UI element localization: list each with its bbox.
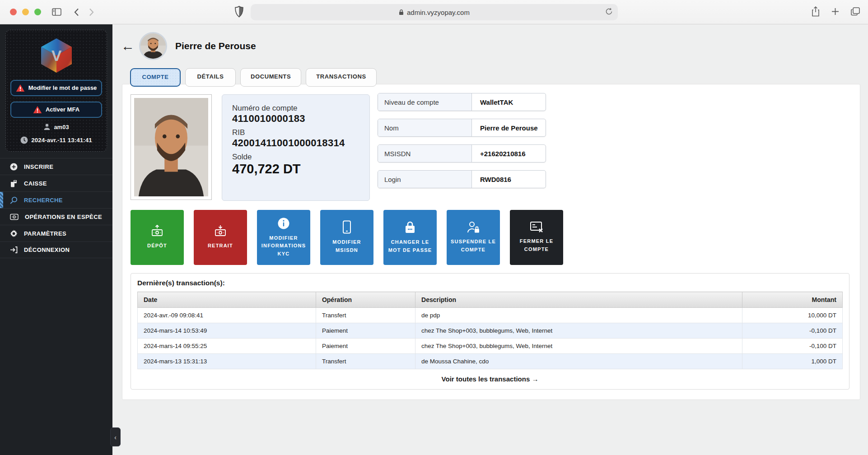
sidebar: V Modifier le mot de passe Activer MFA a… bbox=[0, 24, 112, 455]
zoom-window-button[interactable] bbox=[34, 9, 41, 15]
back-nav-icon[interactable] bbox=[74, 8, 79, 16]
balance-value: 470,722 DT bbox=[232, 162, 359, 176]
sidebar-toggle-icon[interactable] bbox=[52, 8, 61, 16]
field-value: +21620210816 bbox=[472, 145, 546, 162]
card-x-icon bbox=[530, 221, 543, 233]
user-icon bbox=[43, 123, 51, 130]
browser-toolbar: admin.vyzyopay.com bbox=[0, 0, 868, 24]
banknote-icon bbox=[10, 214, 19, 220]
plus-circle-icon bbox=[10, 163, 18, 171]
warning-icon bbox=[33, 106, 42, 114]
close-window-button[interactable] bbox=[10, 9, 17, 15]
privacy-shield-icon[interactable] bbox=[235, 6, 243, 19]
account-summary-card: Numéro de compte 4110010000183 RIB 42001… bbox=[222, 94, 370, 201]
user-lock-icon bbox=[467, 221, 480, 233]
cell-operation: Paiement bbox=[316, 339, 415, 354]
sidebar-item-label: INSCRIRE bbox=[24, 163, 53, 170]
field-label: MSISDN bbox=[378, 145, 472, 162]
forward-nav-icon[interactable] bbox=[89, 8, 94, 16]
smartphone-icon bbox=[342, 220, 351, 234]
change-password-button[interactable]: Modifier le mot de passe bbox=[10, 80, 102, 96]
sidebar-item-label: RECHERCHE bbox=[24, 197, 63, 204]
share-icon[interactable] bbox=[812, 6, 820, 19]
new-tab-icon[interactable] bbox=[831, 8, 839, 17]
cell-montant: 1,000 DT bbox=[742, 354, 843, 369]
tab-overview-icon[interactable] bbox=[851, 7, 860, 18]
cell-description: chez The Shop+003, bubblegums, Web, Inte… bbox=[415, 323, 742, 339]
tab-transactions[interactable]: TRANSACTIONS bbox=[306, 68, 376, 87]
account-panel: Numéro de compte 4110010000183 RIB 42001… bbox=[122, 84, 860, 400]
field-value: WalletTAK bbox=[472, 93, 546, 111]
customer-avatar bbox=[139, 32, 167, 60]
changer-mot-de-passe-button[interactable]: CHANGER LE MOT DE PASSE bbox=[383, 210, 437, 265]
field-label: Nom bbox=[378, 119, 472, 136]
minimize-window-button[interactable] bbox=[22, 9, 29, 15]
logout-icon bbox=[10, 246, 18, 254]
action-label: MODIFIER MSISDN bbox=[323, 238, 371, 254]
cell-operation: Paiement bbox=[316, 323, 415, 339]
change-password-label: Modifier le mot de passe bbox=[28, 84, 97, 92]
action-buttons: DÉPÔT RETRAIT MODIFIER INFORMATIONS KYC bbox=[131, 210, 563, 265]
depot-button[interactable]: DÉPÔT bbox=[131, 210, 184, 265]
tab-documents[interactable]: DOCUMENTS bbox=[240, 68, 301, 87]
account-fields: Niveau de compte WalletTAK Nom Pierre de… bbox=[378, 93, 546, 196]
sidebar-item-parametres[interactable]: PARAMÈTRES bbox=[0, 225, 112, 241]
sidebar-item-label: OPÉRATIONS EN ESPÈCE bbox=[25, 214, 102, 220]
action-label: RETRAIT bbox=[208, 242, 233, 250]
cash-out-icon bbox=[214, 225, 227, 237]
cell-description: de pdp bbox=[415, 308, 742, 323]
cell-montant: -0,100 DT bbox=[742, 323, 843, 339]
portrait-photo bbox=[134, 98, 208, 196]
action-label: MODIFIER INFORMATIONS KYC bbox=[260, 234, 308, 258]
field-label: Niveau de compte bbox=[378, 93, 472, 111]
cell-description: chez The Shop+003, bubblegums, Web, Inte… bbox=[415, 339, 742, 354]
info-circle-icon bbox=[277, 217, 290, 230]
window-controls bbox=[10, 9, 41, 15]
action-label: CHANGER LE MOT DE PASSE bbox=[386, 238, 434, 254]
url-text: admin.vyzyopay.com bbox=[407, 9, 470, 16]
modifier-kyc-button[interactable]: MODIFIER INFORMATIONS KYC bbox=[257, 210, 310, 265]
tab-details[interactable]: DÉTAILS bbox=[185, 68, 236, 87]
sidebar-item-inscrire[interactable]: INSCRIRE bbox=[0, 158, 112, 175]
detail-tabs: COMPTE DÉTAILS DOCUMENTS TRANSACTIONS bbox=[130, 68, 377, 87]
cell-date: 2024-mars-14 10:53:49 bbox=[138, 323, 316, 339]
suspendre-compte-button[interactable]: SUSPENDRE LE COMPTE bbox=[447, 210, 500, 265]
cell-date: 2024-avr.-09 09:08:41 bbox=[138, 308, 316, 323]
table-row: 2024-mars-13 15:31:13 Transfert de Mouss… bbox=[138, 354, 843, 369]
address-bar[interactable]: admin.vyzyopay.com bbox=[251, 4, 618, 20]
cell-description: de Moussa Chahine, cdo bbox=[415, 354, 742, 369]
transactions-title: Dernière(s) transaction(s): bbox=[137, 279, 843, 287]
sidebar-item-deconnexion[interactable]: DÉCONNEXION bbox=[0, 241, 112, 258]
balance-label: Solde bbox=[232, 153, 359, 162]
col-date: Date bbox=[138, 292, 316, 308]
cash-in-icon bbox=[150, 225, 164, 237]
cash-register-icon bbox=[10, 180, 18, 187]
activate-mfa-button[interactable]: Activer MFA bbox=[10, 102, 102, 118]
rib-label: RIB bbox=[232, 128, 359, 137]
cell-date: 2024-mars-13 15:31:13 bbox=[138, 354, 316, 369]
username: am03 bbox=[54, 124, 69, 130]
col-description: Description bbox=[415, 292, 742, 308]
tab-compte[interactable]: COMPTE bbox=[130, 68, 181, 87]
field-value: Pierre de Perouse bbox=[472, 119, 546, 136]
main-content: ← Pierre de Perouse COMPTE DÉTAILS DOCUM… bbox=[112, 24, 868, 455]
sidebar-menu: INSCRIRE CAISSE RECHERCHE OPÉRATIONS EN … bbox=[0, 158, 112, 258]
sidebar-item-operations-en-espece[interactable]: OPÉRATIONS EN ESPÈCE bbox=[0, 208, 112, 225]
col-operation: Opération bbox=[316, 292, 415, 308]
retrait-button[interactable]: RETRAIT bbox=[194, 210, 247, 265]
sidebar-item-recherche[interactable]: RECHERCHE bbox=[0, 191, 112, 208]
field-nom: Nom Pierre de Perouse bbox=[378, 119, 546, 137]
sidebar-item-caisse[interactable]: CAISSE bbox=[0, 175, 112, 191]
fermer-compte-button[interactable]: FERMER LE COMPTE bbox=[510, 210, 563, 265]
logo-letter: V bbox=[51, 47, 61, 64]
tls-lock-icon bbox=[399, 9, 404, 15]
reload-icon[interactable] bbox=[606, 8, 612, 17]
clock-icon bbox=[20, 136, 28, 144]
warning-icon bbox=[16, 84, 25, 92]
table-header-row: Date Opération Description Montant bbox=[138, 292, 843, 308]
modifier-msisdn-button[interactable]: MODIFIER MSISDN bbox=[320, 210, 373, 265]
back-arrow-icon[interactable]: ← bbox=[121, 39, 139, 53]
activate-mfa-label: Activer MFA bbox=[46, 106, 79, 113]
view-all-transactions-link[interactable]: Voir toutes les transactions → bbox=[137, 375, 843, 383]
session-timestamp: 2024-avr.-11 13:41:41 bbox=[31, 137, 92, 144]
